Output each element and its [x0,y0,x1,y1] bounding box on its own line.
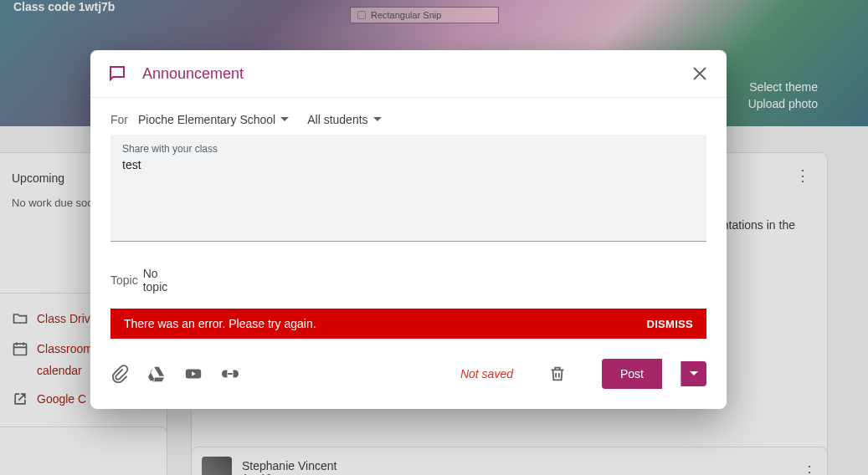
caret-down-icon [280,115,289,124]
announcement-textarea[interactable]: Share with your class test [110,135,706,242]
attachment-icon[interactable] [110,365,129,383]
caret-down-icon [690,370,698,378]
announcement-dialog: Announcement For Pioche Elementary Schoo… [90,50,727,409]
topic-label: Topic [110,273,138,287]
youtube-icon[interactable] [184,365,203,383]
delete-icon[interactable] [548,365,567,383]
textarea-label: Share with your class [122,143,695,155]
post-button[interactable]: Post [602,359,662,389]
post-options-button[interactable] [681,361,706,386]
topic-value: No topic [143,267,168,294]
error-text: There was an error. Please try again. [124,317,316,330]
dialog-title: Announcement [142,65,244,83]
link-icon[interactable] [221,365,239,383]
students-selector[interactable]: All students [307,113,381,126]
for-label: For [110,113,128,126]
class-selector[interactable]: Pioche Elementary School [138,113,289,126]
error-banner: There was an error. Please try again. DI… [110,309,706,339]
announcement-icon [107,64,127,84]
drive-icon[interactable] [147,365,166,383]
dismiss-button[interactable]: DISMISS [646,318,693,330]
caret-down-icon [373,115,382,124]
close-icon[interactable] [690,64,710,84]
topic-selector[interactable]: Topic No topic [110,267,286,294]
not-saved-label: Not saved [460,367,513,381]
textarea-content[interactable]: test [122,158,695,225]
